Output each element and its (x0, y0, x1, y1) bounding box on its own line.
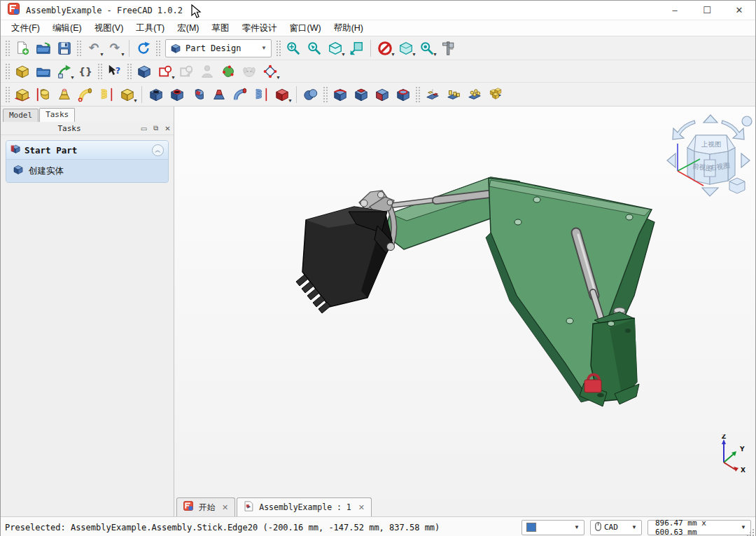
navigation-style-selector[interactable]: CAD ▼ (590, 520, 642, 535)
create-body-task-item[interactable]: 创建实体 (6, 160, 168, 182)
open-document-button[interactable] (33, 39, 54, 58)
dock-minimize-button[interactable]: ▭ (138, 125, 150, 132)
boolean-button[interactable] (300, 85, 321, 104)
fit-selection-button[interactable] (304, 39, 325, 58)
sync-view-button[interactable] (346, 39, 367, 58)
create-group-button[interactable] (33, 62, 54, 81)
linear-pattern-button[interactable] (443, 85, 464, 104)
redo-button[interactable]: ↷▼ (104, 39, 125, 58)
tab-close-icon[interactable]: ✕ (358, 503, 365, 512)
viewport-size-selector[interactable]: 896.47 mm x 600.63 mm ▼ (648, 520, 751, 535)
menu-item-4[interactable]: 宏(M) (171, 21, 205, 36)
menu-item-5[interactable]: 草图 (206, 21, 236, 36)
additive-pipe-button[interactable] (75, 85, 96, 104)
toolbar-separator (129, 40, 130, 57)
save-button[interactable] (54, 39, 75, 58)
loft-sub-icon (211, 87, 227, 102)
subtractive-pipe-button[interactable] (230, 85, 251, 104)
3d-viewport[interactable]: 上视图 前视图 右视图 (174, 106, 755, 516)
fillet-button[interactable] (330, 85, 351, 104)
draft-icon (374, 87, 390, 102)
subtractive-helix-button[interactable] (251, 85, 272, 104)
svg-text:{}: {} (78, 65, 92, 76)
create-body-button[interactable] (134, 62, 155, 81)
draft-button[interactable] (372, 85, 393, 104)
tab-tasks[interactable]: Tasks (39, 108, 75, 122)
toolbar-grip[interactable] (415, 86, 421, 103)
sketch-edit-icon (178, 64, 194, 79)
navigation-cube[interactable]: 上视图 前视图 右视图 (664, 114, 753, 201)
toolbar-grip[interactable] (5, 40, 10, 57)
groove-button[interactable] (188, 85, 209, 104)
dock-float-button[interactable]: ⧉ (150, 124, 162, 132)
menu-item-1[interactable]: 编辑(E) (46, 21, 88, 36)
pad-button[interactable] (12, 85, 33, 104)
map-sketch-button[interactable] (197, 62, 218, 81)
axis-triad: Z Y X (712, 434, 748, 473)
undo-button[interactable]: ↶▼ (83, 39, 104, 58)
create-sketch-button[interactable]: ▼ (155, 62, 176, 81)
create-part-button[interactable] (12, 62, 33, 81)
mirrored-button[interactable] (422, 85, 443, 104)
create-datum-button[interactable]: ▼ (260, 62, 281, 81)
toolbar-grip[interactable] (276, 40, 281, 57)
draw-style-button[interactable]: ▼ (396, 39, 416, 58)
subtractive-primitive-button[interactable]: ▼ (272, 85, 293, 104)
menu-item-0[interactable]: 文件(F) (5, 21, 46, 36)
toolbar-grip[interactable] (76, 40, 82, 57)
toolbar-grip[interactable] (127, 63, 132, 80)
excavator-assembly-model[interactable] (290, 168, 661, 415)
edit-sketch-button[interactable] (176, 62, 197, 81)
expression-button[interactable]: {} (75, 62, 96, 81)
zoom-tools-button[interactable]: ▼ (416, 39, 438, 58)
pipe-sub-icon (232, 87, 248, 102)
title-bar: AssemblyExample - FreeCAD 1.0.2 – ☐ ✕ (1, 1, 755, 20)
style-selector[interactable]: ▼ (522, 520, 584, 535)
navcube-arrow-right (741, 153, 750, 167)
multitransform-button[interactable] (485, 85, 506, 104)
polar-pattern-button[interactable] (464, 85, 485, 104)
minimize-button[interactable]: – (659, 1, 691, 20)
toolbar-grip[interactable] (5, 63, 10, 80)
make-link-button[interactable]: ▼ (54, 62, 75, 81)
maximize-button[interactable]: ☐ (691, 1, 723, 20)
tab-model[interactable]: Model (3, 109, 38, 122)
workbench-selector[interactable]: Part Design▼ (165, 39, 272, 57)
additive-loft-button[interactable] (54, 85, 75, 104)
tab-close-icon[interactable]: ✕ (222, 503, 228, 512)
revolution-button[interactable] (33, 85, 54, 104)
tab-assembly-example[interactable]: AssemblyExample : 1 ✕ (237, 497, 372, 516)
validate-sketch-button[interactable] (218, 62, 239, 81)
merge-sketches-button[interactable] (239, 62, 260, 81)
hole-button[interactable] (167, 85, 188, 104)
menu-item-2[interactable]: 视图(V) (88, 21, 130, 36)
additive-primitive-button[interactable]: ▼ (117, 85, 138, 104)
new-document-button[interactable] (12, 39, 33, 58)
task-section-header[interactable]: Start Part ︽ (6, 141, 168, 160)
mouse-cursor (191, 4, 202, 22)
fit-all-button[interactable] (283, 39, 304, 58)
toolbar-grip[interactable] (155, 40, 161, 57)
groove-icon (190, 87, 206, 102)
measure-button[interactable] (438, 39, 458, 58)
close-button[interactable]: ✕ (723, 1, 755, 20)
additive-helix-button[interactable] (96, 85, 117, 104)
tab-start-page[interactable]: 开始 ✕ (176, 497, 235, 516)
subtractive-loft-button[interactable] (209, 85, 230, 104)
refresh-button[interactable] (133, 39, 154, 58)
toolbar-grip[interactable] (5, 86, 10, 103)
menu-item-7[interactable]: 窗口(W) (284, 21, 328, 36)
thickness-button[interactable] (393, 85, 414, 104)
whats-this-button[interactable]: ? (104, 62, 125, 81)
clipping-button[interactable]: ▼ (374, 39, 396, 58)
menu-item-6[interactable]: 零件设计 (236, 21, 284, 36)
axonometric-view-button[interactable]: ▼ (325, 39, 346, 58)
menu-item-8[interactable]: 帮助(H) (328, 21, 370, 36)
menu-item-3[interactable]: 工具(T) (130, 21, 171, 36)
toolbar-grip[interactable] (323, 86, 328, 103)
collapse-section-button[interactable]: ︽ (152, 144, 164, 156)
chamfer-button[interactable] (351, 85, 372, 104)
toolbar-grip[interactable] (97, 63, 103, 80)
dock-close-button[interactable]: ✕ (162, 125, 174, 132)
pocket-button[interactable] (146, 85, 167, 104)
